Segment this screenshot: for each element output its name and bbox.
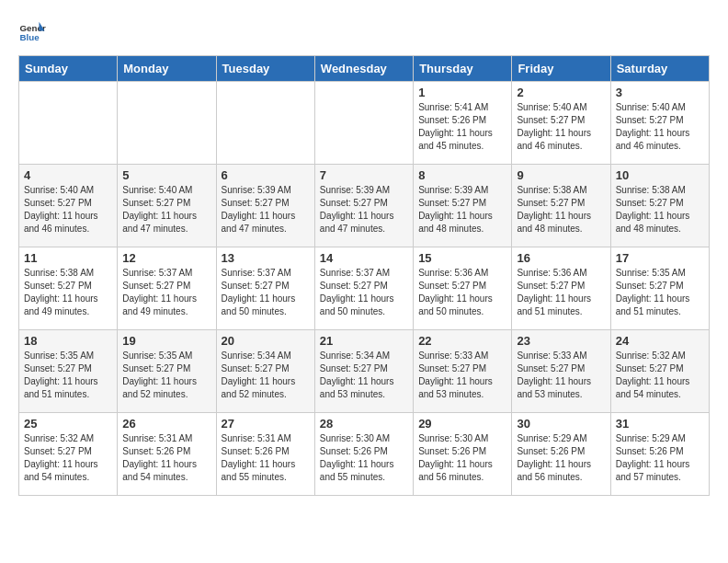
day-cell: 2Sunrise: 5:40 AMSunset: 5:27 PMDaylight… xyxy=(512,82,610,165)
day-number: 1 xyxy=(418,86,506,99)
day-detail: and 51 minutes. xyxy=(517,305,605,318)
day-detail: Daylight: 11 hours xyxy=(320,375,408,388)
day-number: 5 xyxy=(122,168,210,182)
day-number: 8 xyxy=(418,168,506,182)
day-detail: and 46 minutes. xyxy=(24,223,112,236)
day-detail: and 45 minutes. xyxy=(418,140,506,153)
day-cell: 9Sunrise: 5:38 AMSunset: 5:27 PMDaylight… xyxy=(512,165,610,247)
day-detail: Sunrise: 5:34 AM xyxy=(222,350,310,362)
day-detail: Daylight: 11 hours xyxy=(616,375,704,388)
day-detail: Sunrise: 5:36 AM xyxy=(418,267,506,280)
day-detail: Daylight: 11 hours xyxy=(122,458,210,471)
day-detail: Sunrise: 5:41 AM xyxy=(418,101,506,114)
day-cell: 16Sunrise: 5:36 AMSunset: 5:27 PMDayligh… xyxy=(512,247,610,330)
day-number: 15 xyxy=(418,251,506,265)
day-cell: 3Sunrise: 5:40 AMSunset: 5:27 PMDaylight… xyxy=(610,82,709,165)
day-detail: Sunset: 5:27 PM xyxy=(122,197,210,210)
day-detail: Sunset: 5:27 PM xyxy=(616,197,704,210)
header-wednesday: Wednesday xyxy=(314,56,413,82)
day-detail: Daylight: 11 hours xyxy=(320,458,408,471)
day-detail: Sunrise: 5:39 AM xyxy=(222,184,310,197)
day-detail: Sunrise: 5:35 AM xyxy=(24,350,112,362)
day-detail: and 47 minutes. xyxy=(320,223,408,236)
day-detail: Daylight: 11 hours xyxy=(24,375,112,388)
day-number: 16 xyxy=(517,251,605,265)
day-cell: 6Sunrise: 5:39 AMSunset: 5:27 PMDaylight… xyxy=(216,165,314,247)
day-detail: and 56 minutes. xyxy=(418,471,506,484)
day-detail: Sunset: 5:26 PM xyxy=(222,445,310,458)
day-detail: and 46 minutes. xyxy=(517,140,605,153)
day-cell: 24Sunrise: 5:32 AMSunset: 5:27 PMDayligh… xyxy=(610,330,709,413)
day-detail: Daylight: 11 hours xyxy=(24,210,112,223)
day-cell: 23Sunrise: 5:33 AMSunset: 5:27 PMDayligh… xyxy=(512,330,610,413)
day-cell: 13Sunrise: 5:37 AMSunset: 5:27 PMDayligh… xyxy=(216,247,314,330)
day-detail: Sunrise: 5:31 AM xyxy=(222,432,310,445)
day-detail: Sunset: 5:27 PM xyxy=(616,114,704,127)
day-detail: and 50 minutes. xyxy=(320,305,408,318)
day-cell: 11Sunrise: 5:38 AMSunset: 5:27 PMDayligh… xyxy=(19,247,118,330)
day-cell: 27Sunrise: 5:31 AMSunset: 5:26 PMDayligh… xyxy=(216,413,314,496)
day-number: 26 xyxy=(122,417,210,431)
day-detail: Daylight: 11 hours xyxy=(517,458,605,471)
day-detail: Sunset: 5:26 PM xyxy=(122,445,210,458)
day-number: 17 xyxy=(616,251,704,265)
day-detail: and 46 minutes. xyxy=(616,140,704,153)
day-cell xyxy=(314,82,413,165)
day-detail: and 50 minutes. xyxy=(222,305,310,318)
day-number: 3 xyxy=(616,86,704,99)
day-detail: and 57 minutes. xyxy=(616,471,704,484)
day-detail: and 53 minutes. xyxy=(418,388,506,401)
day-detail: Daylight: 11 hours xyxy=(418,210,506,223)
day-detail: and 56 minutes. xyxy=(517,471,605,484)
week-row-4: 18Sunrise: 5:35 AMSunset: 5:27 PMDayligh… xyxy=(19,330,710,413)
day-number: 22 xyxy=(418,334,506,348)
day-detail: Sunrise: 5:40 AM xyxy=(616,101,704,114)
day-detail: Daylight: 11 hours xyxy=(122,293,210,305)
logo-icon: GeneralBlue xyxy=(18,18,46,46)
svg-text:Blue: Blue xyxy=(20,32,40,42)
day-detail: Sunrise: 5:33 AM xyxy=(418,350,506,362)
day-detail: Sunrise: 5:35 AM xyxy=(616,267,704,280)
day-detail: Sunset: 5:27 PM xyxy=(616,280,704,293)
day-cell: 18Sunrise: 5:35 AMSunset: 5:27 PMDayligh… xyxy=(19,330,118,413)
day-cell: 21Sunrise: 5:34 AMSunset: 5:27 PMDayligh… xyxy=(314,330,413,413)
day-number: 19 xyxy=(122,334,210,348)
day-detail: and 49 minutes. xyxy=(24,305,112,318)
day-detail: Daylight: 11 hours xyxy=(222,375,310,388)
day-number: 31 xyxy=(616,417,704,431)
week-row-1: 1Sunrise: 5:41 AMSunset: 5:26 PMDaylight… xyxy=(19,82,710,165)
header-thursday: Thursday xyxy=(414,56,512,82)
day-detail: Sunset: 5:27 PM xyxy=(418,362,506,375)
day-detail: Sunrise: 5:40 AM xyxy=(122,184,210,197)
day-detail: and 50 minutes. xyxy=(418,305,506,318)
day-cell: 10Sunrise: 5:38 AMSunset: 5:27 PMDayligh… xyxy=(610,165,709,247)
day-cell: 26Sunrise: 5:31 AMSunset: 5:26 PMDayligh… xyxy=(118,413,216,496)
day-cell: 12Sunrise: 5:37 AMSunset: 5:27 PMDayligh… xyxy=(118,247,216,330)
day-detail: Sunset: 5:27 PM xyxy=(24,362,112,375)
day-detail: Daylight: 11 hours xyxy=(418,375,506,388)
calendar-table: SundayMondayTuesdayWednesdayThursdayFrid… xyxy=(18,55,710,496)
day-detail: Sunrise: 5:40 AM xyxy=(24,184,112,197)
day-detail: and 52 minutes. xyxy=(122,388,210,401)
day-detail: and 54 minutes. xyxy=(24,471,112,484)
day-detail: Sunset: 5:27 PM xyxy=(517,280,605,293)
day-detail: Daylight: 11 hours xyxy=(222,210,310,223)
day-cell: 15Sunrise: 5:36 AMSunset: 5:27 PMDayligh… xyxy=(414,247,512,330)
day-detail: and 52 minutes. xyxy=(222,388,310,401)
day-detail: Daylight: 11 hours xyxy=(122,375,210,388)
day-detail: Sunrise: 5:37 AM xyxy=(320,267,408,280)
day-detail: Sunrise: 5:39 AM xyxy=(418,184,506,197)
page-header: GeneralBlue xyxy=(18,18,710,46)
day-detail: Daylight: 11 hours xyxy=(320,293,408,305)
day-detail: Daylight: 11 hours xyxy=(418,127,506,140)
day-detail: Daylight: 11 hours xyxy=(24,458,112,471)
header-friday: Friday xyxy=(512,56,610,82)
day-detail: and 48 minutes. xyxy=(418,223,506,236)
day-cell: 5Sunrise: 5:40 AMSunset: 5:27 PMDaylight… xyxy=(118,165,216,247)
day-detail: Sunrise: 5:29 AM xyxy=(517,432,605,445)
day-detail: and 54 minutes. xyxy=(122,471,210,484)
day-detail: and 51 minutes. xyxy=(24,388,112,401)
day-number: 9 xyxy=(517,168,605,182)
day-cell: 19Sunrise: 5:35 AMSunset: 5:27 PMDayligh… xyxy=(118,330,216,413)
day-detail: Sunset: 5:26 PM xyxy=(418,114,506,127)
